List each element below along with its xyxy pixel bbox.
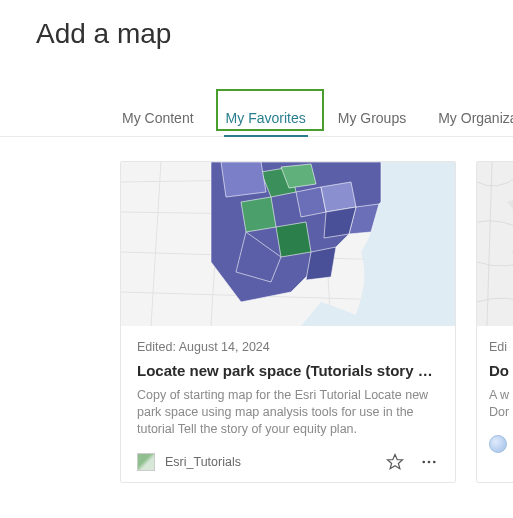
svg-point-23 — [428, 460, 431, 463]
card-body: Edited: August 14, 2024 Locate new park … — [121, 326, 455, 482]
svg-point-22 — [422, 460, 425, 463]
map-thumbnail — [121, 162, 455, 326]
tab-bar: My Content My Favorites My Groups My Org… — [0, 50, 513, 137]
card-edited-date: Edited: August 14, 2024 — [137, 340, 439, 354]
card-footer: Esri_Tutorials — [137, 452, 439, 472]
more-options-icon[interactable] — [419, 452, 439, 472]
svg-marker-14 — [221, 162, 266, 197]
cards-row: Edited: August 14, 2024 Locate new park … — [0, 137, 513, 483]
card-edited-date: Edi — [489, 340, 513, 354]
svg-marker-11 — [296, 187, 326, 217]
card-footer — [489, 435, 513, 453]
tab-my-favorites[interactable]: My Favorites — [224, 102, 308, 136]
svg-marker-13 — [276, 222, 311, 257]
tab-my-content[interactable]: My Content — [120, 102, 196, 136]
svg-point-24 — [433, 460, 436, 463]
page-title: Add a map — [0, 0, 513, 50]
card-owner: Esri_Tutorials — [165, 455, 375, 469]
svg-marker-21 — [388, 454, 403, 468]
card-title: Locate new park space (Tutorials story … — [137, 362, 439, 379]
map-card[interactable]: Edited: August 14, 2024 Locate new park … — [120, 161, 456, 483]
svg-marker-15 — [321, 182, 356, 212]
card-title: Do — [489, 362, 513, 379]
card-description: A w Dor — [489, 387, 513, 421]
tab-my-organization[interactable]: My Organization — [436, 102, 513, 136]
favorite-star-icon[interactable] — [385, 452, 405, 472]
map-card-partial[interactable]: Edi Do A w Dor — [476, 161, 513, 483]
globe-icon — [489, 435, 507, 453]
tab-my-groups[interactable]: My Groups — [336, 102, 408, 136]
svg-marker-12 — [241, 197, 276, 232]
map-thumbnail — [477, 162, 513, 326]
owner-avatar-icon — [137, 453, 155, 471]
card-description: Copy of starting map for the Esri Tutori… — [137, 387, 439, 438]
card-body: Edi Do A w Dor — [477, 326, 513, 463]
svg-rect-25 — [477, 162, 513, 326]
